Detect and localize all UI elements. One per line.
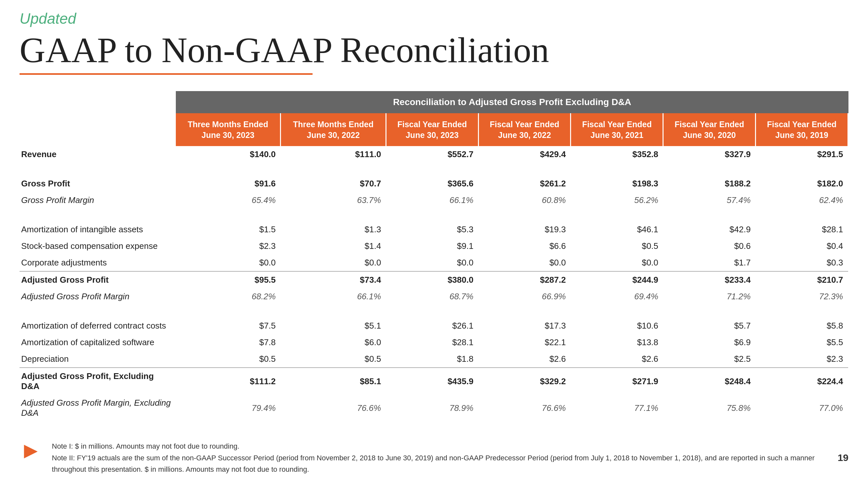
- table-row: Adjusted Gross Profit Margin68.2%66.1%68…: [20, 288, 848, 305]
- row-value: $0.0: [571, 254, 663, 271]
- row-value: $9.1: [386, 238, 478, 254]
- row-value: $365.6: [386, 175, 478, 192]
- table-row: Amortization of deferred contract costs$…: [20, 318, 848, 334]
- row-value: $5.7: [663, 318, 756, 334]
- row-value: $1.4: [281, 238, 386, 254]
- table-row: Amortization of capitalized software$7.8…: [20, 334, 848, 351]
- row-value: $6.9: [663, 334, 756, 351]
- row-value: $0.3: [756, 254, 848, 271]
- row-value: 68.7%: [386, 288, 478, 305]
- table-row: Depreciation$0.5$0.5$1.8$2.6$2.6$2.5$2.3: [20, 351, 848, 368]
- row-value: $140.0: [176, 146, 281, 163]
- table-row: Adjusted Gross Profit Margin, Excluding …: [20, 395, 848, 421]
- row-value: 56.2%: [571, 192, 663, 208]
- row-value: $6.0: [281, 334, 386, 351]
- row-value: $210.7: [756, 271, 848, 288]
- row-value: $552.7: [386, 146, 478, 163]
- row-value: $2.6: [478, 351, 571, 368]
- row-value: 63.7%: [281, 192, 386, 208]
- row-value: $291.5: [756, 146, 848, 163]
- row-value: 72.3%: [756, 288, 848, 305]
- row-value: $233.4: [663, 271, 756, 288]
- row-value: $352.8: [571, 146, 663, 163]
- row-value: $1.8: [386, 351, 478, 368]
- row-value: $0.0: [386, 254, 478, 271]
- row-value: $7.8: [176, 334, 281, 351]
- row-value: $0.4: [756, 238, 848, 254]
- row-value: $327.9: [663, 146, 756, 163]
- table-row: Amortization of intangible assets$1.5$1.…: [20, 221, 848, 238]
- row-value: $287.2: [478, 271, 571, 288]
- row-value: $1.5: [176, 221, 281, 238]
- row-value: $7.5: [176, 318, 281, 334]
- row-value: 76.6%: [478, 395, 571, 421]
- table-row: Corporate adjustments$0.0$0.0$0.0$0.0$0.…: [20, 254, 848, 271]
- row-label: Amortization of intangible assets: [20, 221, 176, 238]
- reconciliation-table: Three Months EndedJune 30, 2023Three Mon…: [20, 113, 848, 421]
- row-label: Gross Profit Margin: [20, 192, 176, 208]
- table-row: Adjusted Gross Profit, Excluding D&A$111…: [20, 368, 848, 395]
- row-value: $28.1: [386, 334, 478, 351]
- row-value: $182.0: [756, 175, 848, 192]
- row-value: $0.5: [176, 351, 281, 368]
- row-value: $85.1: [281, 368, 386, 395]
- row-value: $46.1: [571, 221, 663, 238]
- updated-label: Updated: [20, 10, 848, 27]
- row-value: $1.7: [663, 254, 756, 271]
- row-value: $5.8: [756, 318, 848, 334]
- row-value: 71.2%: [663, 288, 756, 305]
- row-value: $5.3: [386, 221, 478, 238]
- row-value: $111.2: [176, 368, 281, 395]
- row-value: 65.4%: [176, 192, 281, 208]
- row-value: $70.7: [281, 175, 386, 192]
- footer-note2: Note II: FY'19 actuals are the sum of th…: [52, 452, 828, 475]
- title-underline: [20, 73, 313, 75]
- row-value: $329.2: [478, 368, 571, 395]
- row-value: 77.1%: [571, 395, 663, 421]
- row-value: $0.5: [571, 238, 663, 254]
- row-value: 75.8%: [663, 395, 756, 421]
- row-value: 77.0%: [756, 395, 848, 421]
- table-row: [20, 163, 848, 175]
- row-value: $2.6: [571, 351, 663, 368]
- row-value: $0.0: [176, 254, 281, 271]
- row-value: $0.5: [281, 351, 386, 368]
- row-value: 69.4%: [571, 288, 663, 305]
- row-value: $2.3: [756, 351, 848, 368]
- row-label: Gross Profit: [20, 175, 176, 192]
- table-row: Stock-based compensation expense$2.3$1.4…: [20, 238, 848, 254]
- row-value: $5.1: [281, 318, 386, 334]
- row-value: $261.2: [478, 175, 571, 192]
- footer: ► Note I: $ in millions. Amounts may not…: [20, 441, 848, 475]
- row-value: 66.9%: [478, 288, 571, 305]
- table-section: Reconciliation to Adjusted Gross Profit …: [20, 91, 848, 421]
- row-value: 66.1%: [386, 192, 478, 208]
- row-value: $111.0: [281, 146, 386, 163]
- row-value: $435.9: [386, 368, 478, 395]
- row-value: $198.3: [571, 175, 663, 192]
- row-label: Adjusted Gross Profit Margin: [20, 288, 176, 305]
- row-value: $91.6: [176, 175, 281, 192]
- row-value: $1.3: [281, 221, 386, 238]
- row-label: Corporate adjustments: [20, 254, 176, 271]
- row-label: Adjusted Gross Profit Margin, Excluding …: [20, 395, 176, 421]
- row-label: Revenue: [20, 146, 176, 163]
- footer-notes: Note I: $ in millions. Amounts may not f…: [52, 441, 828, 475]
- table-row: Revenue$140.0$111.0$552.7$429.4$352.8$32…: [20, 146, 848, 163]
- row-value: $271.9: [571, 368, 663, 395]
- row-value: 66.1%: [281, 288, 386, 305]
- table-row: Adjusted Gross Profit$95.5$73.4$380.0$28…: [20, 271, 848, 288]
- table-row: [20, 208, 848, 221]
- row-value: 60.8%: [478, 192, 571, 208]
- arrow-icon: ►: [20, 439, 42, 462]
- row-value: $429.4: [478, 146, 571, 163]
- row-value: 57.4%: [663, 192, 756, 208]
- row-value: 68.2%: [176, 288, 281, 305]
- row-value: $5.5: [756, 334, 848, 351]
- row-value: $10.6: [571, 318, 663, 334]
- row-value: $2.3: [176, 238, 281, 254]
- page-title: GAAP to Non-GAAP Reconciliation: [20, 31, 848, 70]
- row-value: $42.9: [663, 221, 756, 238]
- row-value: $28.1: [756, 221, 848, 238]
- row-label: Adjusted Gross Profit: [20, 271, 176, 288]
